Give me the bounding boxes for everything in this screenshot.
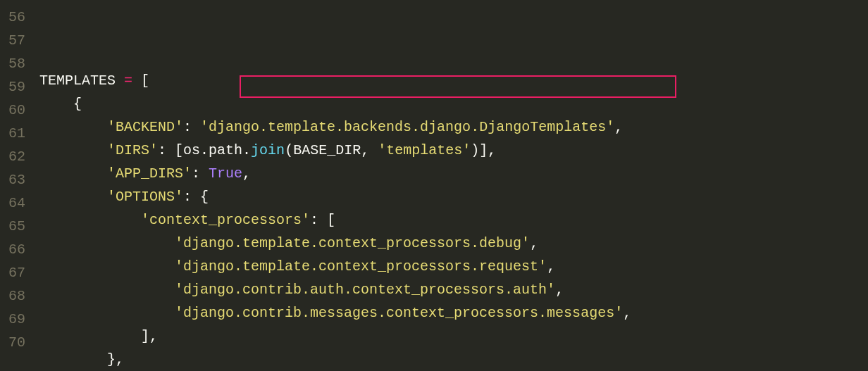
indent	[39, 142, 107, 158]
code-token: path	[209, 142, 242, 158]
code-token: 'django.template.context_processors.requ…	[175, 258, 547, 275]
code-token: =	[124, 73, 132, 89]
code-line[interactable]: 'BACKEND': 'django.template.backends.dja…	[39, 115, 631, 139]
code-token: 'django.contrib.messages.context_process…	[175, 305, 623, 321]
line-number: 66	[6, 238, 25, 261]
indent	[39, 119, 107, 135]
code-line[interactable]: ],	[39, 325, 631, 348]
code-token: TEMPLATES	[39, 73, 116, 89]
indent	[39, 328, 141, 344]
code-token: 'django.template.context_processors.debu…	[175, 235, 530, 251]
line-number: 56	[6, 6, 25, 29]
code-line[interactable]: {	[39, 92, 631, 115]
line-number: 65	[6, 215, 25, 238]
line-number: 61	[6, 122, 25, 145]
code-area[interactable]: TEMPLATES = [ { 'BACKEND': 'django.templ…	[34, 0, 631, 371]
code-token: ,	[361, 142, 378, 158]
line-number: 68	[6, 284, 25, 308]
code-line[interactable]: 'django.template.context_processors.requ…	[39, 255, 631, 278]
line-number-gutter: 565758596061626364656667686970	[0, 0, 34, 371]
code-editor[interactable]: 565758596061626364656667686970 TEMPLATES…	[0, 0, 868, 371]
code-token: ,	[547, 258, 555, 275]
line-number: 59	[6, 75, 25, 99]
code-line[interactable]: 'context_processors': [	[39, 208, 631, 232]
code-token: 'context_processors'	[141, 212, 310, 228]
code-token: : {	[183, 189, 209, 205]
indent	[39, 96, 73, 112]
line-number: 58	[6, 52, 25, 75]
indent	[39, 351, 107, 367]
code-token: .	[242, 142, 251, 158]
code-token: : [	[310, 212, 335, 228]
line-number: 70	[6, 331, 25, 354]
code-token: 'APP_DIRS'	[107, 165, 192, 182]
code-token: ,	[623, 305, 631, 321]
code-token: {	[73, 96, 82, 112]
code-line[interactable]: 'DIRS': [os.path.join(BASE_DIR, 'templat…	[39, 139, 631, 162]
code-token: },	[107, 351, 124, 367]
code-token: 'django.contrib.auth.context_processors.…	[175, 282, 555, 298]
indent	[39, 212, 141, 228]
code-line[interactable]: 'OPTIONS': {	[39, 185, 631, 208]
code-token: 'templates'	[378, 142, 471, 158]
code-token: .	[200, 142, 209, 158]
line-number: 57	[6, 29, 25, 52]
code-token	[116, 73, 124, 89]
code-token: join	[251, 142, 285, 158]
code-token: ],	[141, 328, 158, 344]
code-token: ,	[555, 282, 564, 298]
code-token: 'OPTIONS'	[107, 189, 183, 205]
line-number: 60	[6, 99, 25, 122]
code-token: 'django.template.backends.django.DjangoT…	[200, 119, 614, 135]
code-line[interactable]: 'django.contrib.auth.context_processors.…	[39, 278, 631, 301]
code-line[interactable]: 'django.template.context_processors.debu…	[39, 232, 631, 255]
code-token: :	[192, 165, 209, 182]
line-number: 69	[6, 308, 25, 331]
code-token: os	[183, 142, 200, 158]
code-token: 'DIRS'	[107, 142, 158, 158]
code-line[interactable]: TEMPLATES = [	[39, 69, 631, 92]
code-token: [	[132, 73, 149, 89]
indent	[39, 189, 107, 205]
line-number: 63	[6, 168, 25, 191]
indent	[39, 258, 175, 275]
code-token: ,	[530, 235, 538, 251]
code-line[interactable]: 'APP_DIRS': True,	[39, 162, 631, 185]
code-token: :	[183, 119, 200, 135]
code-token: ,	[242, 165, 251, 182]
code-token: )],	[471, 142, 496, 158]
indent	[39, 305, 175, 321]
code-token: ,	[614, 119, 623, 135]
indent	[39, 282, 175, 298]
indent	[39, 165, 107, 182]
code-token: 'BACKEND'	[107, 119, 183, 135]
line-number: 67	[6, 261, 25, 284]
code-token: True	[209, 165, 242, 182]
code-token: BASE_DIR	[293, 142, 361, 158]
code-line[interactable]: },	[39, 348, 631, 371]
line-number: 64	[6, 191, 25, 215]
code-token: : [	[158, 142, 183, 158]
code-token: (	[285, 142, 293, 158]
line-number: 62	[6, 145, 25, 168]
code-line[interactable]: 'django.contrib.messages.context_process…	[39, 301, 631, 325]
indent	[39, 235, 175, 251]
